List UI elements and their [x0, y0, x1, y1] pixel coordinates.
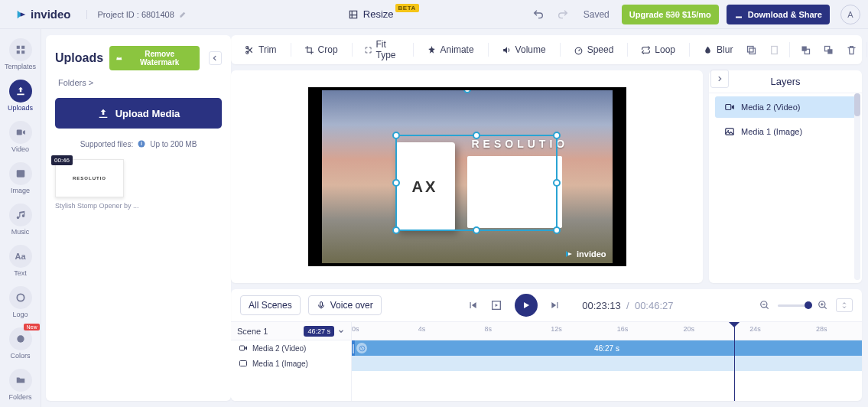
clip-lock-icon[interactable] — [356, 343, 367, 353]
rotate-handle[interactable] — [463, 87, 471, 93]
tool-blur[interactable]: Blur — [686, 40, 740, 60]
layer-row-1[interactable]: Media 2 (Video) — [715, 96, 856, 118]
tool-animate[interactable]: Animate — [410, 40, 482, 60]
layers-scrollbar-thumb[interactable] — [854, 93, 860, 116]
zoom-slider[interactable] — [778, 304, 810, 307]
zoom-in-button[interactable] — [818, 300, 828, 311]
sidebar-item-image[interactable]: Image — [4, 161, 37, 196]
undo-button[interactable] — [530, 6, 547, 23]
resize-handle-l[interactable] — [392, 179, 400, 187]
tool-volume[interactable]: Volume — [485, 40, 554, 60]
timeline-ruler[interactable]: 0s 4s 8s 12s 16s 20s 24s 28s — [352, 322, 862, 340]
sidebar-item-music[interactable]: Music — [4, 202, 37, 237]
clip-handle-left[interactable]: | — [352, 340, 355, 356]
zoom-out-button[interactable] — [759, 300, 770, 311]
zoom-out-icon — [759, 300, 770, 311]
info-icon[interactable]: i — [137, 139, 146, 148]
frame-back-button[interactable] — [490, 299, 502, 311]
timeline-playhead[interactable] — [734, 322, 735, 401]
svg-rect-5 — [16, 130, 21, 135]
timeline-clip-1[interactable]: 46:27 s | — [352, 340, 862, 356]
video-canvas[interactable]: AX RESOLUTIO — [308, 87, 626, 266]
all-scenes-button[interactable]: All Scenes — [240, 295, 301, 315]
music-icon — [15, 210, 26, 220]
resize-handle-tr[interactable] — [553, 132, 561, 139]
resize-handle-r[interactable] — [553, 179, 561, 187]
brand-logo[interactable]: invideo — [8, 8, 79, 21]
chevron-down-icon[interactable] — [337, 327, 345, 335]
resize-handle-t[interactable] — [473, 132, 480, 139]
voice-over-button[interactable]: Voice over — [308, 295, 382, 315]
resize-button[interactable]: Resize BETA — [348, 8, 419, 20]
thumbnail-caption: Stylish Stomp Opener by ... — [55, 202, 222, 210]
svg-rect-27 — [320, 302, 322, 307]
image-icon — [239, 359, 248, 368]
paste-button[interactable] — [766, 42, 782, 57]
user-avatar[interactable]: A — [840, 5, 860, 24]
folder-icon — [15, 375, 26, 386]
timeline-track-label-2[interactable]: Media 1 (Image) — [231, 356, 351, 371]
copy-button[interactable] — [743, 42, 759, 57]
tool-trim[interactable]: Trim — [237, 41, 284, 58]
project-id[interactable]: Project ID : 6801408 — [86, 10, 187, 19]
resize-handle-br[interactable] — [553, 226, 561, 234]
canvas-area[interactable]: AX RESOLUTIO — [231, 70, 703, 283]
sidebar-item-uploads[interactable]: Uploads — [4, 78, 37, 113]
timeline-expand-button[interactable] — [836, 298, 853, 312]
saved-status: Saved — [584, 9, 610, 20]
svg-rect-6 — [16, 170, 24, 177]
trash-icon — [846, 44, 857, 56]
svg-point-7 — [17, 294, 24, 301]
tool-crop[interactable]: Crop — [288, 40, 346, 60]
svg-rect-2 — [21, 46, 24, 49]
image-icon — [724, 126, 735, 137]
layers-scrollbar-track[interactable] — [854, 93, 860, 280]
download-share-button[interactable]: Download & Share — [727, 5, 830, 24]
send-backward-button[interactable] — [821, 42, 836, 57]
tool-fit-type[interactable]: Fit Type — [349, 36, 407, 63]
tool-speed[interactable]: Speed — [557, 40, 622, 60]
timeline-tracks-area[interactable]: 0s 4s 8s 12s 16s 20s 24s 28s 46:27 s | — [352, 322, 862, 401]
delete-button[interactable] — [844, 42, 859, 57]
zoom-slider-thumb[interactable] — [805, 301, 812, 309]
sidebar-item-folders[interactable]: Folders — [4, 367, 37, 402]
svg-rect-18 — [749, 48, 756, 54]
folders-breadcrumb[interactable]: Folders > — [58, 78, 222, 87]
timeline-clip-2[interactable] — [352, 356, 862, 371]
media-thumbnail[interactable]: 00:46 RESOLUTIO Stylish Stomp Opener by … — [55, 159, 222, 210]
upgrade-button[interactable]: Upgrade $30 $15/mo — [622, 5, 719, 24]
resize-handle-b[interactable] — [473, 226, 480, 234]
top-bar: invideo Project ID : 6801408 Resize BETA… — [0, 0, 868, 29]
layer-row-2[interactable]: Media 1 (Image) — [715, 121, 856, 142]
sidebar-item-logo[interactable]: Logo — [4, 285, 37, 320]
copy-icon — [746, 44, 757, 56]
tool-loop[interactable]: Loop — [624, 40, 683, 60]
prev-button[interactable] — [467, 300, 478, 311]
sidebar-item-video[interactable]: Video — [4, 119, 37, 155]
remove-watermark-button[interactable]: Remove Watermark — [109, 46, 200, 70]
upload-media-button[interactable]: Upload Media — [55, 98, 222, 129]
timeline-track-label-1[interactable]: Media 2 (Video) — [231, 340, 351, 356]
redo-button[interactable] — [554, 6, 571, 23]
resize-handle-bl[interactable] — [392, 226, 400, 234]
selection-box[interactable] — [395, 135, 558, 231]
resize-icon — [348, 9, 359, 20]
play-button[interactable] — [515, 294, 538, 317]
layers-title: Layers — [709, 70, 862, 93]
tool-bar: Trim Crop Fit Type Animate Volume Speed … — [231, 35, 862, 64]
svg-rect-24 — [726, 105, 731, 110]
next-button[interactable] — [550, 300, 561, 311]
sidebar-item-templates[interactable]: Templates — [4, 37, 37, 72]
duration-badge: 00:46 — [51, 155, 73, 165]
sidebar-item-colors[interactable]: New Colors — [4, 326, 37, 361]
chevron-left-icon — [211, 54, 219, 62]
sidebar-item-text[interactable]: Aa Text — [4, 243, 37, 278]
scene-header[interactable]: Scene 1 46:27 s — [231, 322, 351, 340]
prev-icon — [467, 300, 478, 311]
upload-icon — [15, 86, 26, 96]
expand-icon — [840, 301, 849, 309]
frame-icon — [490, 299, 502, 311]
bring-forward-button[interactable] — [798, 42, 813, 57]
resize-handle-tl[interactable] — [392, 132, 400, 139]
collapse-panel-button[interactable] — [209, 51, 222, 65]
